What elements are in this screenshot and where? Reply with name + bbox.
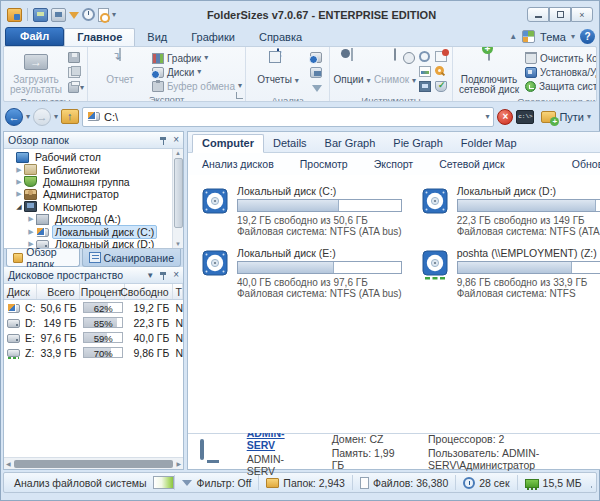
preview-report-icon[interactable] bbox=[98, 8, 109, 22]
clipboard-button[interactable]: Буфер обмена▾ bbox=[152, 79, 242, 93]
scroll-right-icon[interactable]: ▶ bbox=[176, 460, 181, 467]
tab-details[interactable]: Details bbox=[264, 135, 316, 152]
reports-button[interactable]: Отчеты ▾ bbox=[249, 49, 307, 85]
tab-scanning[interactable]: Сканирование bbox=[82, 249, 181, 267]
report-button[interactable]: Отчет bbox=[91, 49, 149, 85]
table-header-row[interactable]: Диск Всего Процент Свободно Т bbox=[4, 284, 183, 300]
disk-card-c[interactable]: Локальный диск (C:) 19,2 ГБ свободно из … bbox=[200, 183, 404, 239]
trend-chart-icon[interactable] bbox=[419, 66, 431, 77]
tab-pie-graph[interactable]: Pie Graph bbox=[384, 135, 452, 152]
table-scrollbar[interactable]: ◀▶ bbox=[4, 457, 183, 469]
theme-dropdown-icon[interactable]: ▾ bbox=[571, 33, 575, 41]
theme-button[interactable]: Тема bbox=[540, 31, 566, 43]
table-row-disk-e[interactable]: E: 97,6 ГБ 59% 40,0 ГБ N bbox=[4, 330, 183, 345]
analyze-disks-button[interactable]: Анализ дисков bbox=[202, 158, 274, 170]
close-button[interactable]: × bbox=[571, 7, 593, 22]
tree-item-libraries[interactable]: ▶Библиотеки bbox=[4, 163, 171, 175]
scroll-down-icon[interactable]: ▼ bbox=[175, 241, 181, 247]
scroll-thumb[interactable] bbox=[14, 460, 174, 468]
scroll-up-icon[interactable]: ▲ bbox=[175, 150, 181, 156]
pin-icon[interactable] bbox=[159, 136, 168, 145]
network-drive-button[interactable]: Сетевой диск bbox=[439, 158, 505, 170]
expand-icon[interactable]: ▶ bbox=[14, 190, 24, 198]
save-icon[interactable] bbox=[68, 52, 80, 63]
shield-check-icon[interactable] bbox=[435, 81, 447, 92]
expand-icon[interactable]: ▶ bbox=[26, 215, 36, 223]
back-button[interactable]: ← bbox=[5, 108, 23, 126]
scan-tool-icon[interactable] bbox=[310, 67, 322, 78]
tab-computer[interactable]: Computer bbox=[192, 134, 264, 153]
minimize-button[interactable] bbox=[527, 7, 549, 22]
resize-grip[interactable] bbox=[591, 478, 592, 488]
search-icon[interactable] bbox=[435, 66, 444, 75]
stop-button[interactable]: × bbox=[497, 109, 513, 125]
snapshot-button[interactable]: Снимок ▾ bbox=[374, 49, 416, 85]
copy-report-icon[interactable] bbox=[68, 67, 80, 78]
refresh-button[interactable]: Обновить bbox=[572, 158, 600, 170]
command-prompt-icon[interactable]: c:\> bbox=[516, 110, 534, 124]
options-button[interactable]: Опции ▾ bbox=[333, 49, 371, 85]
expand-icon[interactable]: ▶ bbox=[26, 240, 36, 248]
disks-export-button[interactable]: Диски▾ bbox=[152, 65, 242, 79]
scroll-thumb[interactable] bbox=[174, 158, 183, 228]
add-remove-programs-button[interactable]: Установка/Удаление программ bbox=[525, 65, 597, 79]
tree-item-computer[interactable]: ◢Компьютер bbox=[4, 201, 171, 213]
load-results-icon[interactable] bbox=[33, 8, 48, 22]
tree-item-drive-c[interactable]: ▶Локальный диск (C:) bbox=[4, 225, 171, 237]
expand-icon[interactable]: ▶ bbox=[26, 228, 36, 236]
tree-item-desktop[interactable]: Рабочий стол bbox=[4, 151, 171, 163]
dialog-launcher-icon[interactable] bbox=[236, 92, 243, 99]
address-input[interactable]: C:\ ▾ bbox=[82, 107, 494, 127]
close-panel-icon[interactable]: × bbox=[173, 270, 179, 280]
load-results-button[interactable]: Загрузить результаты bbox=[7, 49, 65, 95]
print-icon[interactable] bbox=[68, 82, 79, 93]
collapse-ribbon-icon[interactable]: ▲ bbox=[509, 32, 517, 41]
alerts-icon[interactable] bbox=[435, 51, 447, 62]
tree-item-drive-d[interactable]: ▶Локальный диск (D:) bbox=[4, 238, 171, 248]
disk-tool-icon[interactable] bbox=[310, 52, 322, 63]
filter-tool-icon[interactable] bbox=[312, 85, 322, 92]
tab-view[interactable]: Вид bbox=[135, 29, 179, 46]
tree-scrollbar[interactable]: ▲▼ bbox=[172, 149, 183, 248]
filter-status[interactable]: Фильтр: Off bbox=[174, 475, 258, 490]
address-dropdown-icon[interactable]: ▾ bbox=[485, 113, 489, 121]
history-icon[interactable] bbox=[82, 8, 95, 21]
chart-export-button[interactable]: График▾ bbox=[152, 51, 242, 65]
close-panel-icon[interactable]: × bbox=[173, 135, 179, 145]
up-folder-icon[interactable] bbox=[61, 109, 79, 124]
scroll-left-icon[interactable]: ◀ bbox=[6, 460, 11, 467]
tab-home[interactable]: Главное bbox=[64, 28, 135, 46]
scheduler-icon[interactable] bbox=[419, 51, 430, 62]
table-row-disk-z[interactable]: Z: 33,9 ГБ 70% 9,86 ГБ N bbox=[4, 345, 183, 360]
help-button[interactable]: ? bbox=[580, 29, 595, 44]
tab-file[interactable]: Файл bbox=[5, 27, 64, 46]
disk-card-z[interactable]: poshta (\\EMPLOYMENT) (Z:) 9,86 ГБ свобо… bbox=[420, 245, 600, 301]
tab-graphs[interactable]: Графики bbox=[179, 29, 247, 46]
collapse-icon[interactable]: ◢ bbox=[14, 203, 24, 211]
paths-button[interactable]: Пути ▾ bbox=[537, 109, 595, 125]
maximize-button[interactable] bbox=[549, 7, 571, 22]
expand-icon[interactable]: ▶ bbox=[14, 166, 24, 174]
table-row-disk-c[interactable]: C: 50,6 ГБ 62% 19,2 ГБ N bbox=[4, 300, 183, 315]
tab-bar-graph[interactable]: Bar Graph bbox=[316, 135, 385, 152]
tab-folder-browser[interactable]: Обзор папок bbox=[6, 249, 80, 267]
disk-card-d[interactable]: Локальный диск (D:) 22,3 ГБ свободно из … bbox=[420, 183, 600, 239]
forward-button[interactable]: → bbox=[33, 108, 51, 126]
tab-help[interactable]: Справка bbox=[247, 29, 314, 46]
filter-icon[interactable] bbox=[69, 12, 79, 19]
expand-icon[interactable]: ▶ bbox=[14, 178, 24, 186]
pin-icon[interactable] bbox=[159, 271, 168, 280]
tab-folder-map[interactable]: Folder Map bbox=[452, 135, 526, 152]
export-button[interactable]: Экспорт bbox=[374, 158, 413, 170]
forward-history-icon[interactable]: ▾ bbox=[54, 113, 58, 121]
tree-item-administrator[interactable]: ▶Администратор bbox=[4, 188, 171, 200]
map-network-drive-button[interactable]: Подключить сетевой диск bbox=[456, 49, 522, 95]
remote-computer-icon[interactable] bbox=[419, 81, 431, 92]
tree-item-homegroup[interactable]: ▶Домашняя группа bbox=[4, 176, 171, 188]
empty-recycle-bin-button[interactable]: Очистить Корзину bbox=[525, 51, 597, 65]
tree-item-drive-a[interactable]: ▶Дисковод (A:) bbox=[4, 213, 171, 225]
view-button[interactable]: Просмотр bbox=[300, 158, 348, 170]
system-protection-button[interactable]: Защита системы bbox=[525, 79, 597, 93]
table-row-disk-d[interactable]: D: 149 ГБ 85% 22,3 ГБ N bbox=[4, 315, 183, 330]
disk-card-e[interactable]: Локальный диск (E:) 40,0 ГБ свободно из … bbox=[200, 245, 404, 301]
